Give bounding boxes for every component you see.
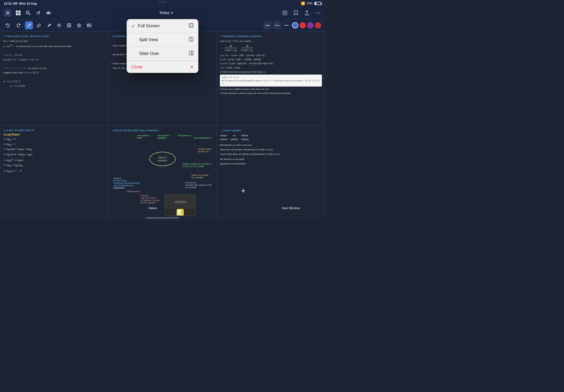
full-screen-icon [189, 23, 193, 29]
status-bar: 12:21 AM Mon 12 Aug 📶 20% [0, 0, 325, 7]
slide-over-icon [189, 51, 193, 57]
dropdown-overlay[interactable]: ✓ Full Screen Split View [0, 7, 325, 220]
close-icon: ✕ [190, 64, 193, 70]
date-display: Mon 12 Aug [19, 2, 37, 5]
check-icon: ✓ [131, 23, 135, 29]
slide-over-left: Slide Over [131, 51, 159, 56]
svg-rect-25 [190, 24, 193, 27]
full-screen-left: ✓ Full Screen [131, 23, 160, 29]
status-left: 12:21 AM Mon 12 Aug [4, 2, 37, 5]
dropdown-menu: ✓ Full Screen Split View [127, 19, 198, 73]
battery-percent: 20% [307, 2, 313, 5]
slide-over-label: Slide Over [139, 51, 159, 56]
split-view-left: Split View [131, 37, 158, 42]
slide-over-option[interactable]: Slide Over [127, 47, 198, 61]
status-right: 📶 20% [301, 1, 321, 5]
three-dots [159, 1, 166, 3]
notes-window-label: Notes [149, 206, 157, 210]
new-window-label[interactable]: New Window [282, 206, 300, 210]
home-indicator [146, 217, 179, 218]
svg-rect-29 [192, 51, 193, 55]
close-label: Close [131, 65, 142, 70]
full-screen-label: Full Screen [138, 23, 160, 28]
split-view-option[interactable]: Split View [127, 33, 198, 47]
time-display: 12:21 AM [4, 2, 17, 5]
wifi-icon: 📶 [301, 1, 305, 5]
split-view-label: Split View [139, 37, 158, 42]
full-screen-option[interactable]: ✓ Full Screen [127, 19, 198, 33]
split-view-icon [189, 37, 193, 43]
close-option[interactable]: Close ✕ [127, 61, 198, 73]
battery-icon [315, 2, 321, 5]
